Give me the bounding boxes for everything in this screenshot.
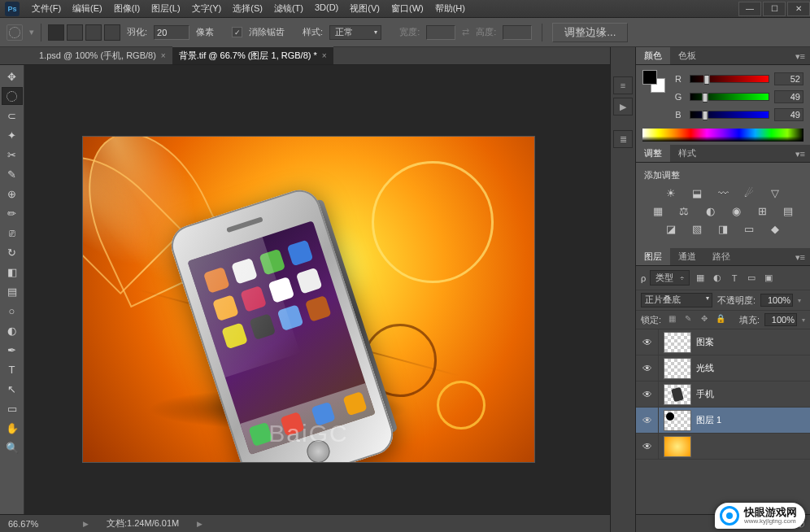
visibility-toggle[interactable]: 👁 [636, 408, 659, 433]
selective-color-icon[interactable]: ◆ [768, 222, 782, 235]
visibility-toggle[interactable]: 👁 [636, 329, 659, 355]
lock-position-icon[interactable]: ✥ [699, 314, 710, 325]
zoom-menu-icon[interactable]: ▶ [83, 520, 89, 528]
actions-panel-icon[interactable]: ▶ [613, 98, 633, 116]
fill-input[interactable] [764, 313, 797, 326]
eraser-tool[interactable]: ◧ [2, 263, 23, 281]
layer-name[interactable]: 图案 [696, 336, 714, 348]
gradient-map-icon[interactable]: ▭ [742, 222, 756, 235]
panel-menu-icon[interactable]: ▾≡ [790, 49, 810, 64]
balance-icon[interactable]: ⚖ [677, 204, 691, 217]
refine-edge-button[interactable]: 调整边缘... [552, 23, 628, 42]
marquee-tool[interactable] [2, 87, 23, 105]
panel-menu-icon[interactable]: ▾≡ [790, 146, 810, 162]
tab-swatches[interactable]: 色板 [670, 47, 704, 64]
canvas-area[interactable]: BaiGC [24, 65, 610, 514]
menu-type[interactable]: 文字(Y) [186, 0, 228, 17]
tab-adjustments[interactable]: 调整 [636, 145, 670, 162]
selection-intersect[interactable] [104, 24, 120, 41]
foreground-color[interactable] [642, 70, 657, 85]
feather-input[interactable] [154, 25, 189, 40]
zoom-tool[interactable]: 🔍 [2, 438, 23, 456]
levels-icon[interactable]: ⬓ [690, 186, 704, 199]
curves-icon[interactable]: 〰 [716, 186, 730, 199]
selection-new[interactable] [48, 24, 64, 41]
layer-row[interactable]: 👁 图层 1 [636, 408, 810, 434]
layer-name[interactable]: 手机 [696, 388, 714, 400]
doc-info[interactable]: 文档:1.24M/6.01M [107, 517, 179, 530]
layer-thumbnail[interactable] [664, 436, 691, 457]
eyedropper-tool[interactable]: ✎ [2, 165, 23, 183]
brush-tool[interactable]: ✏ [2, 204, 23, 222]
r-input[interactable] [774, 72, 803, 85]
close-icon[interactable]: × [161, 51, 166, 60]
filter-smart-icon[interactable]: ▣ [762, 272, 775, 285]
selection-add[interactable] [67, 24, 83, 41]
channel-mixer-icon[interactable]: ⊞ [755, 204, 769, 217]
type-tool[interactable]: T [2, 360, 23, 378]
g-slider[interactable] [690, 93, 769, 101]
b-input[interactable] [774, 108, 803, 121]
visibility-toggle[interactable]: 👁 [636, 434, 659, 459]
color-swatches[interactable] [642, 70, 665, 93]
menu-window[interactable]: 窗口(W) [385, 0, 429, 17]
visibility-toggle[interactable]: 👁 [636, 382, 659, 407]
photo-filter-icon[interactable]: ◉ [729, 204, 743, 217]
wand-tool[interactable]: ✦ [2, 126, 23, 144]
lasso-tool[interactable]: ⊂ [2, 107, 23, 124]
stamp-tool[interactable]: ⎚ [2, 224, 23, 242]
style-select[interactable]: 正常 [329, 25, 381, 40]
history-brush-tool[interactable]: ↻ [2, 243, 23, 261]
menu-filter[interactable]: 滤镜(T) [268, 0, 309, 17]
lock-pixels-icon[interactable]: ✎ [682, 314, 694, 325]
close-button[interactable]: ✕ [787, 2, 810, 16]
doc-info-menu-icon[interactable]: ▶ [197, 520, 202, 528]
doc-tab-1[interactable]: 1.psd @ 100% (手机, RGB/8) × [33, 47, 172, 64]
menu-image[interactable]: 图像(I) [108, 0, 146, 17]
posterize-icon[interactable]: ▧ [690, 222, 704, 235]
minimize-button[interactable]: — [738, 2, 761, 16]
menu-help[interactable]: 帮助(H) [429, 0, 471, 17]
bw-icon[interactable]: ◐ [703, 204, 717, 217]
layer-thumbnail[interactable] [664, 332, 691, 353]
layer-row[interactable]: 👁 光线 [636, 355, 810, 382]
filter-shape-icon[interactable]: ▭ [745, 272, 758, 285]
layer-name[interactable]: 光线 [696, 362, 714, 374]
blend-mode-select[interactable]: 正片叠底 [641, 293, 712, 307]
properties-panel-icon[interactable]: ≣ [613, 130, 633, 148]
doc-tab-2[interactable]: 背景.tif @ 66.7% (图层 1, RGB/8) * × [172, 46, 333, 64]
blur-tool[interactable]: ○ [2, 302, 23, 320]
tab-channels[interactable]: 通道 [670, 248, 704, 265]
menu-layer[interactable]: 图层(L) [146, 0, 185, 17]
panel-menu-icon[interactable]: ▾≡ [790, 250, 810, 265]
dodge-tool[interactable]: ◐ [2, 321, 23, 339]
tab-paths[interactable]: 路径 [704, 248, 738, 265]
selection-subtract[interactable] [85, 24, 102, 41]
healing-tool[interactable]: ⊕ [2, 185, 23, 203]
menu-select[interactable]: 选择(S) [227, 0, 268, 17]
g-input[interactable] [774, 90, 803, 103]
history-panel-icon[interactable]: ≡ [613, 76, 633, 94]
layer-kind-filter[interactable]: 类型 [650, 270, 690, 286]
layer-row[interactable]: 👁 手机 [636, 382, 810, 408]
b-slider[interactable] [690, 111, 769, 119]
layer-thumbnail[interactable] [664, 358, 691, 379]
brightness-icon[interactable]: ☀ [664, 186, 678, 199]
invert-icon[interactable]: ◪ [664, 222, 678, 235]
exposure-icon[interactable]: ☄ [742, 186, 756, 199]
filter-pixel-icon[interactable]: ▦ [694, 272, 707, 285]
lock-all-icon[interactable]: 🔒 [715, 314, 726, 325]
layer-name[interactable]: 图层 1 [696, 414, 721, 426]
maximize-button[interactable]: ☐ [763, 2, 786, 16]
filter-adjust-icon[interactable]: ◐ [711, 272, 724, 285]
marquee-tool-icon[interactable] [7, 24, 23, 41]
visibility-toggle[interactable]: 👁 [636, 355, 659, 381]
tab-layers[interactable]: 图层 [636, 248, 670, 265]
filter-type-icon[interactable]: T [728, 272, 741, 285]
tab-color[interactable]: 颜色 [636, 47, 670, 64]
move-tool[interactable]: ✥ [2, 68, 23, 85]
menu-3d[interactable]: 3D(D) [309, 0, 344, 17]
hue-icon[interactable]: ▦ [651, 204, 665, 217]
layer-thumbnail[interactable] [664, 410, 691, 431]
menu-view[interactable]: 视图(V) [344, 0, 385, 17]
